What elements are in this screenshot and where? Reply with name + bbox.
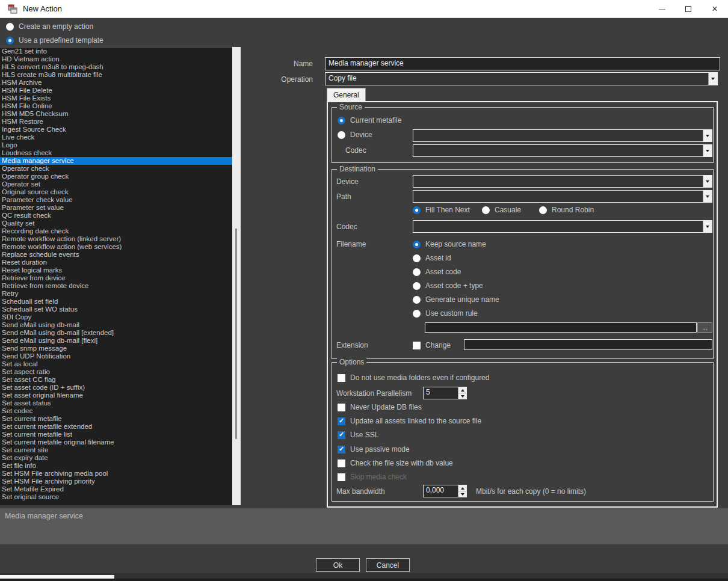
list-item[interactable]: Remote workflow action (linked server)	[0, 235, 232, 243]
radio-generate-unique-name[interactable]: Generate unique name	[413, 295, 499, 304]
scrollbar-thumb[interactable]	[235, 229, 237, 439]
operation-combobox[interactable]: Copy file	[325, 72, 718, 85]
spin-down-button[interactable]	[458, 393, 466, 399]
checkbox-use-ssl[interactable]: Use SSL	[338, 431, 378, 439]
list-item[interactable]: Set original source	[0, 493, 232, 501]
radio-create-empty-action[interactable]: Create an empty action	[6, 22, 93, 31]
list-item[interactable]: Remote workflow action (web services)	[0, 243, 232, 251]
list-item[interactable]: Send UDP Notification	[0, 352, 232, 360]
list-item[interactable]: HLS create m3u8 multibitrate file	[0, 71, 232, 79]
source-device-combobox[interactable]	[413, 129, 712, 142]
list-item[interactable]: Set Metafile Expired	[0, 485, 232, 493]
radio-round-robin[interactable]: Round Robin	[539, 206, 594, 214]
list-item[interactable]: Scheduall set field	[0, 298, 232, 306]
list-item[interactable]: HSM Restore	[0, 118, 232, 126]
list-item[interactable]: Set current site	[0, 446, 232, 454]
radio-use-custom-rule[interactable]: Use custom rule	[413, 309, 478, 318]
list-item[interactable]: HD Vietnam action	[0, 55, 232, 63]
list-item[interactable]: Set HSM File archiving media pool	[0, 470, 232, 478]
maximize-button[interactable]	[675, 0, 702, 18]
list-item[interactable]: Set file info	[0, 462, 232, 470]
list-item[interactable]: QC result check	[0, 212, 232, 220]
radio-casuale[interactable]: Casuale	[482, 206, 521, 214]
checkbox-use-passive-mode[interactable]: Use passive mode	[338, 445, 410, 453]
chevron-down-icon[interactable]	[703, 191, 712, 202]
destination-codec-combobox[interactable]	[413, 220, 712, 233]
list-item[interactable]: Send eMail using db-mail [extended]	[0, 329, 232, 337]
workstation-parallelism-stepper[interactable]: 5	[423, 387, 467, 399]
list-item[interactable]: Retrieve from remote device	[0, 282, 232, 290]
list-item[interactable]: Logo	[0, 141, 232, 149]
radio-current-metafile[interactable]: Current metafile	[338, 116, 401, 124]
list-item[interactable]: Set expiry date	[0, 454, 232, 462]
list-item[interactable]: Parameter set value	[0, 204, 232, 212]
list-item[interactable]: Reset logical marks	[0, 266, 232, 274]
list-item[interactable]: Scheduall set WO status	[0, 306, 232, 313]
list-item[interactable]: Send eMail using db-mail [flexi]	[0, 337, 232, 345]
radio-keep-source-name[interactable]: Keep source name	[413, 240, 486, 248]
list-item[interactable]: Set HSM File archiving priority	[0, 478, 232, 485]
checkbox-update-all-assets[interactable]: Update all assets linked to the source f…	[338, 417, 481, 425]
radio-fill-then-next[interactable]: Fill Then Next	[413, 206, 470, 214]
source-codec-combobox[interactable]	[413, 144, 712, 157]
destination-path-combobox[interactable]	[413, 190, 712, 203]
chevron-down-icon[interactable]	[703, 221, 712, 232]
checkbox-change-extension[interactable]: Change	[413, 341, 451, 349]
list-item[interactable]: Replace schedule events	[0, 251, 232, 259]
max-bandwidth-stepper[interactable]: 0,000	[423, 485, 467, 497]
spin-down-button[interactable]	[458, 491, 466, 497]
destination-device-combobox[interactable]	[413, 175, 712, 188]
list-item[interactable]: Set codec	[0, 407, 232, 415]
list-item[interactable]: Set asset original filename	[0, 392, 232, 399]
checkbox-do-not-use-media-folders[interactable]: Do not use media folders even if configu…	[338, 374, 489, 382]
list-item[interactable]: Ingest Source Check	[0, 126, 232, 134]
list-item[interactable]: Set asset status	[0, 399, 232, 407]
list-item[interactable]: Set current metafile original filename	[0, 438, 232, 446]
list-item[interactable]: Parameter check value	[0, 196, 232, 204]
list-item[interactable]: Retry	[0, 290, 232, 298]
list-item[interactable]: Media manager service	[0, 157, 232, 165]
spin-up-button[interactable]	[458, 387, 466, 393]
list-item[interactable]: Operator set	[0, 180, 232, 188]
chevron-down-icon[interactable]	[703, 176, 712, 187]
list-item[interactable]: Set asset code (ID + suffix)	[0, 384, 232, 392]
list-item[interactable]: Set as local	[0, 360, 232, 368]
list-item[interactable]: Set asset CC flag	[0, 376, 232, 384]
radio-asset-code-type[interactable]: Asset code + type	[413, 281, 483, 290]
list-item[interactable]: Set aspect ratio	[0, 368, 232, 376]
list-item[interactable]: HSM MD5 Checksum	[0, 110, 232, 118]
list-item[interactable]: Send snmp message	[0, 345, 232, 352]
tab-general[interactable]: General	[327, 88, 366, 101]
checkbox-check-file-size[interactable]: Check the file size with db value	[338, 459, 453, 467]
list-item[interactable]: Live check	[0, 134, 232, 141]
list-item[interactable]: Gen21 set info	[0, 48, 232, 55]
list-item[interactable]: HSM Archive	[0, 79, 232, 87]
chevron-down-icon[interactable]	[703, 130, 712, 141]
spin-up-button[interactable]	[458, 485, 466, 491]
list-item[interactable]: HSM File Delete	[0, 87, 232, 94]
cancel-button[interactable]: Cancel	[366, 558, 410, 572]
radio-asset-id[interactable]: Asset id	[413, 254, 451, 262]
name-input[interactable]: Media manager service	[325, 57, 720, 70]
chevron-down-icon[interactable]	[708, 73, 717, 85]
list-item[interactable]: Set current metafile	[0, 415, 232, 423]
radio-asset-code[interactable]: Asset code	[413, 268, 461, 276]
close-button[interactable]: ×	[702, 0, 728, 18]
template-list-scrollbar[interactable]	[232, 47, 241, 505]
ok-button[interactable]: Ok	[316, 558, 360, 572]
list-item[interactable]: HSM File Online	[0, 102, 232, 110]
minimize-button[interactable]	[649, 0, 675, 18]
list-item[interactable]: Recording date check	[0, 227, 232, 235]
list-item[interactable]: Reset duration	[0, 259, 232, 266]
browse-button[interactable]: ...	[697, 322, 712, 333]
list-item[interactable]: Loudness check	[0, 149, 232, 157]
checkbox-skip-media-check[interactable]: Skip media check	[338, 473, 407, 481]
list-item[interactable]: HSM File Exists	[0, 94, 232, 102]
list-item[interactable]: Operator check	[0, 165, 232, 173]
list-item[interactable]: Retrieve from device	[0, 274, 232, 282]
list-item[interactable]: Quality set	[0, 220, 232, 227]
list-item[interactable]: Set current metafile extended	[0, 423, 232, 431]
radio-use-predefined-template[interactable]: Use a predefined template	[6, 36, 103, 45]
list-item[interactable]: SDI Copy	[0, 313, 232, 321]
custom-rule-input[interactable]	[425, 322, 697, 333]
